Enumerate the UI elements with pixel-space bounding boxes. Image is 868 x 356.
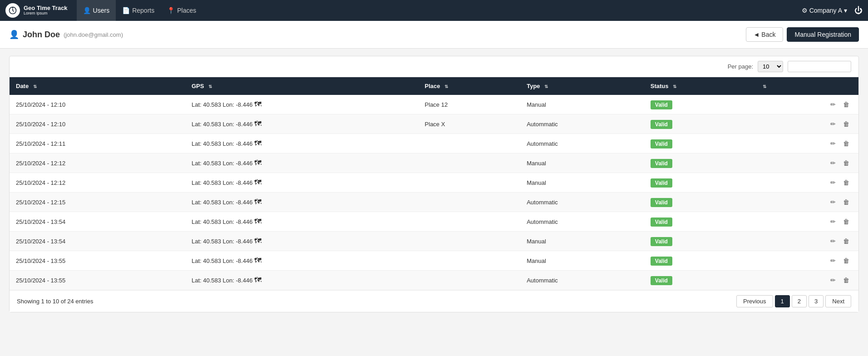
manual-registration-button[interactable]: Manual Registration (787, 27, 859, 42)
col-gps[interactable]: GPS ⇅ (185, 77, 419, 95)
brand-logo (5, 3, 20, 18)
cell-actions: ✏🗑 (754, 153, 858, 173)
user-email: (john.doe@gmail.com) (64, 31, 123, 38)
edit-button[interactable]: ✏ (828, 236, 838, 246)
delete-button[interactable]: 🗑 (840, 178, 852, 188)
table-toolbar: Per page: 10 25 50 100 (10, 56, 858, 77)
per-page-select[interactable]: 10 25 50 100 (758, 61, 783, 72)
map-icon[interactable]: 🗺 (254, 159, 261, 167)
cell-place (419, 134, 521, 153)
map-icon[interactable]: 🗺 (254, 100, 261, 108)
delete-button[interactable]: 🗑 (840, 119, 852, 129)
nav-places[interactable]: 📍 Places (161, 0, 202, 21)
edit-button[interactable]: ✏ (828, 178, 838, 188)
map-icon[interactable]: 🗺 (254, 120, 261, 128)
cell-place (419, 251, 521, 271)
table-container: Per page: 10 25 50 100 Date ⇅ GPS (9, 56, 859, 312)
company-selector[interactable]: ⚙ Company A ▾ (802, 7, 847, 14)
col-status[interactable]: Status ⇅ (644, 77, 754, 95)
cell-type: Manual (520, 173, 644, 193)
table-row: 25/10/2024 - 13:55Lat: 40.583 Lon: -8.44… (10, 251, 858, 271)
map-icon[interactable]: 🗺 (254, 276, 261, 284)
table-header: Date ⇅ GPS ⇅ Place ⇅ Type ⇅ (10, 77, 858, 95)
cell-type: Autommatic (520, 114, 644, 134)
cell-place (419, 153, 521, 173)
delete-button[interactable]: 🗑 (840, 236, 852, 246)
col-place[interactable]: Place ⇅ (419, 77, 521, 95)
delete-button[interactable]: 🗑 (840, 158, 852, 168)
nav-links: 👤 Users 📄 Reports 📍 Places (77, 0, 802, 21)
cell-gps: Lat: 40.583 Lon: -8.446 🗺 (185, 212, 419, 232)
sort-arrows-gps: ⇅ (208, 84, 212, 89)
cell-status: Valid (644, 271, 754, 290)
edit-button[interactable]: ✏ (828, 275, 838, 285)
delete-button[interactable]: 🗑 (840, 197, 852, 207)
delete-button[interactable]: 🗑 (840, 275, 852, 285)
sort-arrows-date: ⇅ (33, 84, 37, 89)
page-button-2[interactable]: 2 (792, 295, 807, 307)
status-badge: Valid (651, 257, 672, 266)
edit-button[interactable]: ✏ (828, 99, 838, 109)
col-date[interactable]: Date ⇅ (10, 77, 185, 95)
page-button-3[interactable]: 3 (809, 295, 824, 307)
edit-button[interactable]: ✏ (828, 158, 838, 168)
search-input[interactable] (788, 61, 851, 72)
next-button[interactable]: Next (825, 295, 851, 307)
edit-button[interactable]: ✏ (828, 119, 838, 129)
table-summary: Showing 1 to 10 of 24 entries (17, 298, 93, 305)
back-button[interactable]: ◄ Back (746, 27, 784, 42)
table-row: 25/10/2024 - 12:12Lat: 40.583 Lon: -8.44… (10, 153, 858, 173)
map-icon[interactable]: 🗺 (254, 178, 261, 186)
table-row: 25/10/2024 - 12:10Lat: 40.583 Lon: -8.44… (10, 95, 858, 114)
edit-button[interactable]: ✏ (828, 138, 838, 148)
prev-button[interactable]: Previous (736, 295, 773, 307)
header-buttons: ◄ Back Manual Registration (746, 27, 859, 42)
map-icon[interactable]: 🗺 (254, 237, 261, 245)
cell-gps: Lat: 40.583 Lon: -8.446 🗺 (185, 173, 419, 193)
nav-reports[interactable]: 📄 Reports (116, 0, 161, 21)
delete-button[interactable]: 🗑 (840, 256, 852, 266)
table-row: 25/10/2024 - 12:10Lat: 40.583 Lon: -8.44… (10, 114, 858, 134)
cell-date: 25/10/2024 - 13:54 (10, 232, 185, 251)
map-icon[interactable]: 🗺 (254, 139, 261, 147)
delete-button[interactable]: 🗑 (840, 138, 852, 148)
nav-users[interactable]: 👤 Users (77, 0, 116, 21)
cell-gps: Lat: 40.583 Lon: -8.446 🗺 (185, 193, 419, 212)
cell-date: 25/10/2024 - 13:55 (10, 251, 185, 271)
cell-actions: ✏🗑 (754, 95, 858, 114)
col-type-label: Type (527, 83, 540, 89)
col-type[interactable]: Type ⇅ (520, 77, 644, 95)
content: Per page: 10 25 50 100 Date ⇅ GPS (0, 49, 868, 320)
power-button[interactable]: ⏻ (854, 6, 863, 15)
cell-date: 25/10/2024 - 12:10 (10, 114, 185, 134)
table-row: 25/10/2024 - 13:54Lat: 40.583 Lon: -8.44… (10, 232, 858, 251)
delete-button[interactable]: 🗑 (840, 217, 852, 227)
edit-button[interactable]: ✏ (828, 197, 838, 207)
cell-actions: ✏🗑 (754, 251, 858, 271)
cell-status: Valid (644, 193, 754, 212)
page-header: 👤 John Doe (john.doe@gmail.com) ◄ Back M… (0, 21, 868, 49)
page-button-1[interactable]: 1 (775, 295, 790, 307)
status-badge: Valid (651, 218, 672, 227)
status-badge: Valid (651, 198, 672, 207)
map-icon[interactable]: 🗺 (254, 198, 261, 206)
col-status-label: Status (651, 83, 669, 89)
map-icon[interactable]: 🗺 (254, 257, 261, 264)
brand-subtitle: Lorem Ipsum (24, 11, 68, 16)
delete-button[interactable]: 🗑 (840, 99, 852, 109)
cell-actions: ✏🗑 (754, 232, 858, 251)
map-icon[interactable]: 🗺 (254, 218, 261, 225)
cell-date: 25/10/2024 - 13:55 (10, 271, 185, 290)
cell-place (419, 173, 521, 193)
cell-actions: ✏🗑 (754, 271, 858, 290)
table-footer: Showing 1 to 10 of 24 entries Previous 1… (10, 290, 858, 312)
table-body: 25/10/2024 - 12:10Lat: 40.583 Lon: -8.44… (10, 95, 858, 290)
status-badge: Valid (651, 159, 672, 168)
brand-link[interactable]: Geo Time Track Lorem Ipsum (5, 3, 68, 18)
status-badge: Valid (651, 178, 672, 188)
gear-icon: ⚙ (802, 7, 808, 14)
nav-right: ⚙ Company A ▾ ⏻ (802, 6, 863, 15)
edit-button[interactable]: ✏ (828, 256, 838, 266)
edit-button[interactable]: ✏ (828, 217, 838, 227)
cell-status: Valid (644, 212, 754, 232)
